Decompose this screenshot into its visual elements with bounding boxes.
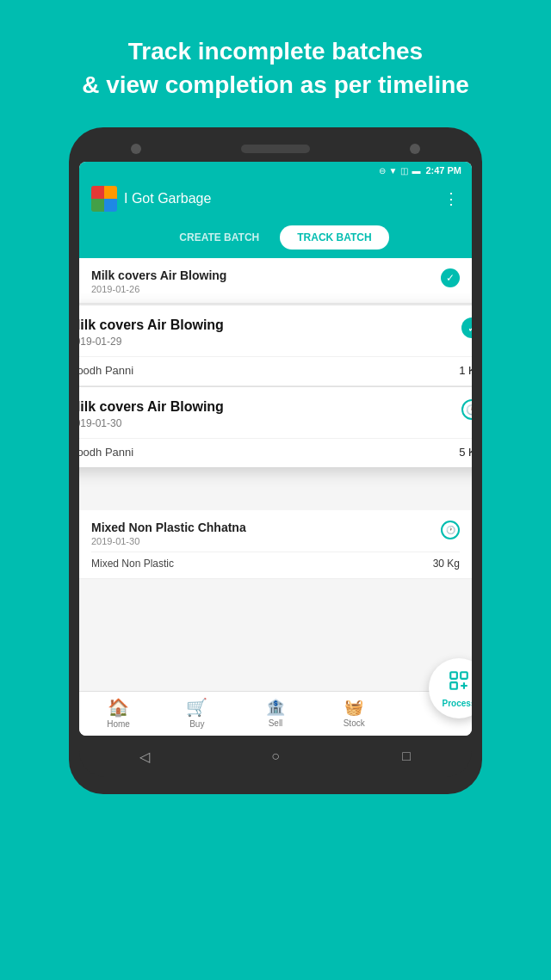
phone-recent-btn[interactable]: □: [396, 746, 417, 767]
expanded-item-0-row: Doodh Panni 1 Kg: [79, 356, 472, 377]
list-item-date: 2019-01-26: [91, 284, 460, 294]
list-area: Milk covers Air Blowing 2019-01-26 ✓ Mil…: [79, 258, 472, 691]
below-item-0-quantity: 30 Kg: [433, 558, 460, 570]
list-item[interactable]: Milk covers Air Blowing 2019-01-26 ✓: [79, 258, 472, 304]
nav-item-stock[interactable]: 🧺 Stock: [315, 698, 393, 728]
phone-speaker: [241, 145, 310, 153]
expanded-item-0[interactable]: Milk covers Air Blowing 2019-01-29 ✓ Doo…: [79, 305, 472, 386]
stock-icon: 🧺: [344, 698, 363, 717]
svg-rect-1: [461, 672, 467, 679]
nav-item-sell[interactable]: 🏦 Sell: [236, 698, 314, 728]
more-options-icon[interactable]: ⋮: [443, 189, 460, 208]
nav-item-buy[interactable]: 🛒 Buy: [158, 697, 236, 729]
nav-item-home[interactable]: 🏠 Home: [79, 697, 158, 729]
expanded-item-1-row: Doodh Panni 5 Kg: [79, 438, 472, 459]
below-item-0-row: Mixed Non Plastic 30 Kg: [91, 552, 460, 570]
expanded-item-1[interactable]: Milk covers Air Blowing 2019-01-30 🕐 Doo…: [79, 387, 472, 467]
page-background: Track incomplete batches & view completi…: [0, 0, 551, 980]
phone-top-bar: [79, 145, 472, 153]
expanded-item-0-date: 2019-01-29: [79, 336, 472, 348]
status-icons: ⊖ ▼ ◫ ▬: [379, 166, 421, 176]
expanded-item-0-quantity: 1 Kg: [459, 364, 472, 377]
wifi-icon: ▼: [389, 166, 398, 176]
home-icon: 🏠: [108, 697, 129, 718]
buy-icon: 🛒: [186, 697, 207, 718]
bottom-nav: 🏠 Home 🛒 Buy 🏦 Sell 🧺 Stock: [79, 691, 472, 736]
expanded-item-1-title: Milk covers Air Blowing: [79, 399, 472, 415]
app-logo-area: I Got Garbage: [91, 186, 211, 212]
app-name: I Got Garbage: [124, 191, 211, 206]
app-logo: [91, 186, 117, 212]
below-item-0-title: Mixed Non Plastic Chhatna: [91, 521, 460, 534]
below-item-0-date: 2019-01-30: [91, 536, 460, 546]
sell-label: Sell: [269, 718, 283, 728]
phone-camera-right: [410, 144, 420, 154]
svg-rect-2: [450, 682, 457, 689]
phone-home-btn[interactable]: ○: [265, 746, 286, 767]
signal-minus-icon: ⊖: [379, 166, 386, 176]
empty-space: [79, 579, 472, 691]
app-bar: I Got Garbage ⋮: [79, 179, 472, 219]
page-header: Track incomplete batches & view completi…: [0, 0, 551, 127]
expanded-item-0-material: Doodh Panni: [79, 364, 133, 377]
status-time: 2:47 PM: [425, 165, 461, 176]
buy-label: Buy: [189, 719, 204, 729]
tab-track-batch[interactable]: TRACK BATCH: [280, 225, 388, 250]
expanded-item-0-title: Milk covers Air Blowing: [79, 317, 472, 333]
phone-back-btn[interactable]: ◁: [134, 746, 155, 767]
below-list-item-0[interactable]: Mixed Non Plastic Chhatna 2019-01-30 🕐 M…: [79, 510, 472, 579]
below-item-0-material: Mixed Non Plastic: [91, 558, 174, 570]
phone-system-nav: ◁ ○ □: [79, 736, 472, 777]
sell-icon: 🏦: [266, 698, 285, 717]
header-line1: Track incomplete batches: [128, 38, 423, 65]
stock-label: Stock: [344, 718, 365, 728]
expanded-card: Milk covers Air Blowing 2019-01-29 ✓ Doo…: [79, 305, 472, 467]
expanded-item-1-date: 2019-01-30: [79, 417, 472, 429]
process-fab-label: Process: [443, 699, 472, 708]
phone-camera-left: [131, 144, 141, 154]
expanded-item-1-material: Doodh Panni: [79, 446, 133, 459]
battery-icon: ▬: [412, 166, 420, 176]
phone-frame: ⊖ ▼ ◫ ▬ 2:47 PM: [69, 127, 482, 794]
list-item-title: Milk covers Air Blowing: [91, 268, 460, 282]
tab-bar: CREATE BATCH TRACK BATCH: [79, 219, 472, 258]
data-icon: ◫: [400, 166, 408, 176]
header-line2: & view completion as per timeline: [82, 71, 469, 98]
phone-screen: ⊖ ▼ ◫ ▬ 2:47 PM: [79, 162, 472, 736]
svg-rect-0: [450, 672, 457, 679]
tab-create-batch[interactable]: CREATE BATCH: [162, 225, 276, 250]
status-bar: ⊖ ▼ ◫ ▬ 2:47 PM: [79, 162, 472, 179]
home-label: Home: [107, 719, 130, 729]
expanded-item-1-quantity: 5 Kg: [459, 446, 472, 459]
process-fab-icon: [448, 669, 470, 697]
